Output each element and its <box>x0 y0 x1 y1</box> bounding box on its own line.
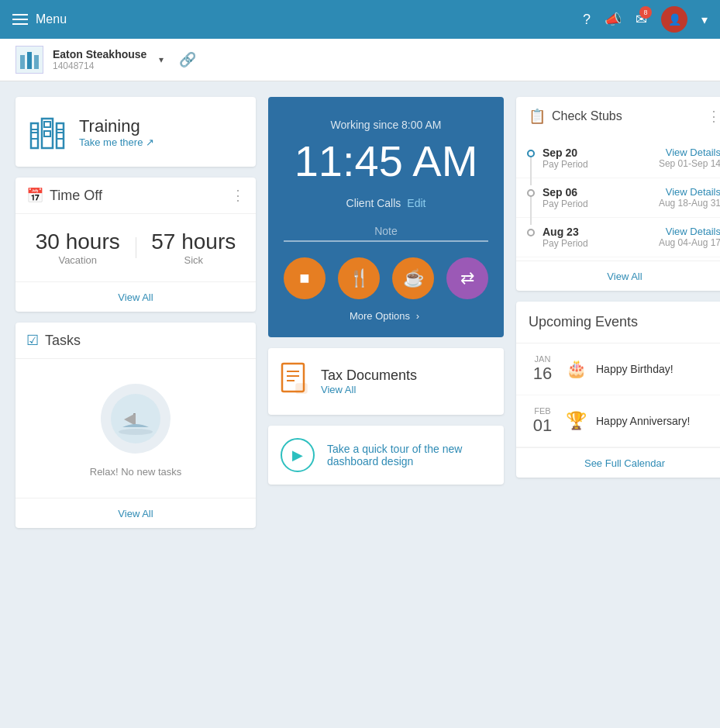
tour-card: ▶ Take a quick tour of the new dashboard… <box>268 426 504 485</box>
tour-play-button[interactable]: ▶ <box>281 438 315 472</box>
upcoming-events-header: Upcoming Events <box>516 302 720 343</box>
svg-rect-2 <box>34 55 39 69</box>
upcoming-events-footer: See Full Calendar <box>516 447 720 478</box>
event-date-feb01: FEB 01 <box>529 406 556 436</box>
tasks-title: Tasks <box>45 333 81 349</box>
working-since-text: Working since 8:00 AM <box>331 119 442 131</box>
timeline-right-3: View Details Aug 04-Aug 17 <box>659 226 720 249</box>
middle-column: Working since 8:00 AM 11:45 AM Client Ca… <box>268 97 504 528</box>
timeline-right-2: View Details Aug 18-Aug 31 <box>659 186 720 209</box>
view-details-link-3[interactable]: View Details <box>659 226 720 237</box>
clock-other-button[interactable]: ⇄ <box>446 257 488 299</box>
company-name: Eaton Steakhouse <box>53 48 146 60</box>
avatar[interactable]: 👤 <box>661 6 687 33</box>
svg-point-13 <box>119 429 153 435</box>
timeline-item-content-3: Aug 23 Pay Period <box>535 226 659 249</box>
check-sub-2: Pay Period <box>543 198 659 209</box>
svg-rect-5 <box>31 133 38 139</box>
upcoming-events-title: Upcoming Events <box>529 314 638 329</box>
birthday-text: Happy Birthday! <box>596 363 673 375</box>
clock-lunch-button[interactable]: 🍴 <box>338 257 380 299</box>
clock-note-input[interactable] <box>284 222 488 242</box>
table-row: Sep 20 Pay Period View Details Sep 01-Se… <box>516 139 720 178</box>
time-off-header: 📅 Time Off ⋮ <box>16 178 256 214</box>
check-stubs-card: 📋 Check Stubs ⋮ Sep 20 Pay Period View D… <box>516 97 720 291</box>
timeline-dot-active <box>527 150 535 157</box>
check-stubs-view-all[interactable]: View All <box>607 271 642 282</box>
tax-text-content: Tax Documents View All <box>321 367 417 395</box>
clock-time-display: 11:45 AM <box>295 136 478 186</box>
check-stubs-menu-dots[interactable]: ⋮ <box>707 108 720 125</box>
company-id: 14048714 <box>53 60 146 71</box>
nav-left: Menu <box>12 12 67 26</box>
tax-documents-card: Tax Documents View All <box>268 348 504 415</box>
list-item: FEB 01 🏆 Happy Anniversary! <box>516 395 720 447</box>
svg-rect-0 <box>20 55 25 69</box>
check-period-1: Sep 01-Sep 14 <box>659 158 720 169</box>
svg-rect-3 <box>31 123 38 148</box>
sick-label: Sick <box>184 254 203 266</box>
time-off-footer: View All <box>16 281 256 312</box>
clock-break-button[interactable]: ☕ <box>392 257 434 299</box>
svg-rect-9 <box>57 123 64 148</box>
birthday-icon: 🎂 <box>566 359 587 379</box>
vacation-label: Vacation <box>58 254 97 266</box>
check-sub-3: Pay Period <box>543 238 659 249</box>
clock-activity-row: Client Calls Edit <box>346 197 426 209</box>
clock-edit-link[interactable]: Edit <box>407 197 425 209</box>
tasks-view-all[interactable]: View All <box>118 508 153 519</box>
anniversary-text: Happy Anniversary! <box>596 415 690 427</box>
training-card: Training Take me there ↗ <box>16 97 256 167</box>
check-stubs-footer: View All <box>516 260 720 291</box>
clock-stop-button[interactable]: ■ <box>284 257 326 299</box>
list-item: JAN 16 🎂 Happy Birthday! <box>516 343 720 395</box>
avatar-chevron[interactable]: ▾ <box>701 12 708 27</box>
sick-hours: 57 hours <box>151 229 236 254</box>
view-details-link-2[interactable]: View Details <box>659 186 720 198</box>
top-navigation: Menu ? 📣 ✉ 8 👤 ▾ <box>0 0 720 39</box>
tax-view-all-link[interactable]: View All <box>321 384 417 395</box>
tasks-body: Relax! No new tasks <box>16 359 256 498</box>
upcoming-events-card: Upcoming Events JAN 16 🎂 Happy Birthday!… <box>516 302 720 478</box>
vacation-hours: 30 hours <box>36 229 120 254</box>
menu-label[interactable]: Menu <box>36 12 67 26</box>
tour-description[interactable]: Take a quick tour of the new dashboard d… <box>327 443 491 468</box>
timeline-dot-2 <box>527 189 535 197</box>
time-off-view-all[interactable]: View All <box>118 292 153 303</box>
check-period-2: Aug 18-Aug 31 <box>659 198 720 209</box>
svg-rect-7 <box>44 122 50 127</box>
chevron-right-icon: › <box>416 310 419 322</box>
tasks-card: ☑ Tasks Relax! No new tasks <box>16 323 256 528</box>
see-full-calendar-link[interactable]: See Full Calendar <box>584 457 665 469</box>
more-options-link[interactable]: More Options › <box>350 310 422 322</box>
table-row: Aug 23 Pay Period View Details Aug 04-Au… <box>516 218 720 257</box>
training-link[interactable]: Take me there ↗ <box>79 136 154 148</box>
announcements-icon[interactable]: 📣 <box>605 11 622 28</box>
company-link-icon[interactable]: 🔗 <box>179 51 196 68</box>
svg-rect-20 <box>296 384 307 393</box>
left-column: Training Take me there ↗ 📅 Time Off ⋮ <box>16 97 256 528</box>
timeline-dot-3 <box>527 229 535 236</box>
check-date-1: Sep 20 <box>543 147 659 159</box>
svg-rect-11 <box>57 133 64 139</box>
company-dropdown-chevron[interactable]: ▾ <box>159 54 164 65</box>
time-off-menu-dots[interactable]: ⋮ <box>231 187 245 204</box>
main-content: Training Take me there ↗ 📅 Time Off ⋮ <box>0 81 720 543</box>
anniversary-icon: 🏆 <box>566 411 587 431</box>
clock-activity-label: Client Calls <box>346 197 401 209</box>
hamburger-menu[interactable] <box>12 14 28 25</box>
company-bar: Eaton Steakhouse 14048714 ▾ 🔗 <box>0 39 720 81</box>
sick-stat: 57 hours Sick <box>143 229 246 266</box>
view-details-link-1[interactable]: View Details <box>659 147 720 158</box>
messages-icon[interactable]: ✉ 8 <box>636 11 647 28</box>
time-off-stats: 30 hours Vacation 57 hours Sick <box>16 214 256 281</box>
tasks-header: ☑ Tasks <box>16 323 256 359</box>
check-stubs-header: 📋 Check Stubs ⋮ <box>516 97 720 136</box>
tax-documents-title: Tax Documents <box>321 367 417 384</box>
clock-card: Working since 8:00 AM 11:45 AM Client Ca… <box>268 97 504 337</box>
external-link-icon: ↗ <box>146 136 154 148</box>
help-icon[interactable]: ? <box>583 12 591 28</box>
training-building-icon <box>28 112 67 151</box>
check-stubs-timeline: Sep 20 Pay Period View Details Sep 01-Se… <box>516 136 720 260</box>
clock-action-buttons: ■ 🍴 ☕ ⇄ <box>284 257 488 299</box>
